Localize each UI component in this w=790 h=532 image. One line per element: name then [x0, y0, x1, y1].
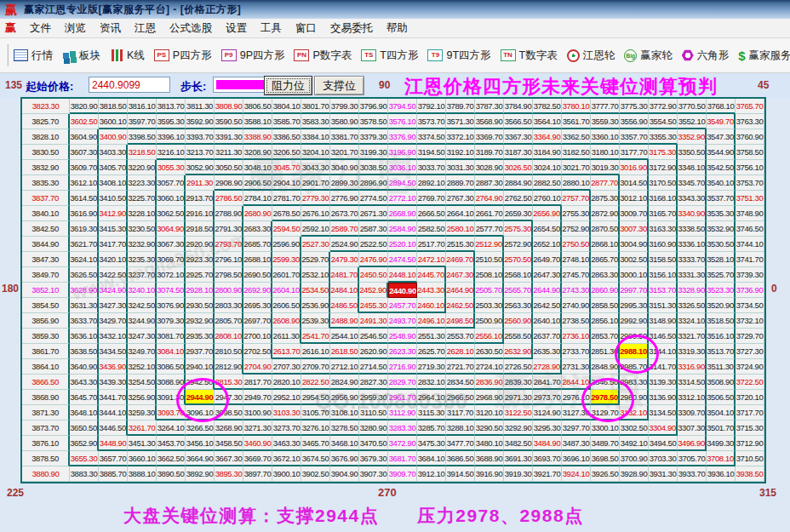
grid-cell: 3201.70: [330, 145, 359, 160]
grid-cell: 3664.90: [186, 451, 215, 466]
grid-cell: 3760.90: [736, 129, 764, 145]
grid-cell: 3816.10: [128, 99, 157, 114]
grid-cell: 3100.90: [243, 405, 272, 420]
grid-cell: 3768.10: [707, 99, 736, 114]
grid-cell: 2748.10: [562, 252, 591, 267]
grid-cell: 3223.30: [128, 175, 157, 191]
grid-cell: 2868.10: [591, 237, 620, 252]
step-label: 步长:: [180, 79, 206, 94]
grid-cell: 2546.50: [359, 329, 388, 344]
toolbar-item-t-square[interactable]: TST四方形: [361, 49, 418, 63]
grid-cell: 3196.90: [388, 145, 417, 160]
toolbar-item-quotes[interactable]: 行情: [14, 49, 53, 63]
grid-cell: 3648.10: [70, 405, 99, 420]
toolbar-item-9p-square[interactable]: P99P四方形: [221, 49, 285, 63]
grid-cell: 3772.90: [649, 99, 678, 114]
grid-cell: 3156.10: [649, 267, 678, 283]
support-button[interactable]: 支撑位: [314, 76, 364, 95]
toolbar-item-p-square[interactable]: PSP四方形: [154, 49, 212, 63]
grid-cell: 3175.30: [649, 145, 678, 160]
toolbar-item-sectors[interactable]: 板块: [62, 49, 100, 63]
grid-cell: 3667.30: [215, 451, 243, 466]
grid-cell: 2488.90: [330, 313, 359, 329]
grid-cell: 3040.90: [330, 160, 359, 175]
grid-cell: 3074.50: [157, 283, 186, 298]
t-square-icon: TS: [361, 49, 376, 61]
menu-item-0[interactable]: 文件: [23, 22, 58, 34]
grid-cell: 2625.70: [417, 344, 446, 359]
center-cell: 2440.90: [388, 283, 417, 298]
grid-cell: 3148.90: [649, 313, 678, 329]
menu-item-9[interactable]: 帮助: [380, 22, 415, 34]
menu-item-3[interactable]: 江恩: [128, 22, 163, 34]
grid-cell: 3381.70: [330, 129, 359, 145]
grid-cell: 2884.90: [504, 175, 533, 191]
toolbar-item-winner-wheel[interactable]: Big赢家轮: [624, 49, 673, 63]
grid-cell: 3312.10: [678, 390, 707, 405]
grid-cell: 3028.90: [475, 160, 504, 175]
grid-cell: 3854.50: [22, 298, 70, 313]
grid-cell: 3744.10: [736, 237, 764, 252]
grid-cell: 3794.50: [388, 99, 417, 114]
grid-cell: 2856.10: [591, 313, 620, 329]
toolbar-item-winner-service[interactable]: $赢家服务: [738, 49, 790, 63]
menu-item-2[interactable]: 资讯: [93, 22, 128, 34]
grid-cell: 3007.30: [620, 221, 649, 237]
grid-cell: 3878.50: [22, 451, 70, 466]
grid-cell: 3237.70: [128, 267, 157, 283]
grid-cell: 3132.10: [620, 405, 649, 420]
start-price-input[interactable]: [89, 77, 170, 93]
grid-cell: 3681.70: [388, 451, 417, 466]
grid-cell: 3448.90: [99, 436, 128, 451]
resistance-button[interactable]: 阻力位: [264, 76, 312, 95]
grid-cell: 2764.90: [475, 191, 504, 206]
grid-cell: 3180.10: [591, 145, 620, 160]
grid-cell: 2644.90: [533, 283, 562, 298]
gann-square-grid: 3823.303820.903818.503816.103813.703811.…: [20, 97, 766, 483]
menu-item-6[interactable]: 工具: [254, 22, 289, 34]
grid-cell: 3813.70: [157, 99, 186, 114]
grid-cell: 3818.50: [99, 99, 128, 114]
grid-cell: 3276.10: [301, 420, 330, 436]
toolbar-item-label: P四方形: [173, 49, 212, 63]
grid-cell: 3715.30: [736, 420, 764, 436]
grid-cell: 3388.90: [243, 129, 272, 145]
toolbar-item-gann-wheel[interactable]: 江恩轮: [567, 49, 615, 63]
grid-cell: 3288.10: [446, 420, 475, 436]
grid-cell: 3576.10: [388, 114, 417, 129]
menu-item-1[interactable]: 浏览: [58, 22, 93, 34]
grid-cell: 3031.30: [446, 160, 475, 175]
toolbar-item-9t-square[interactable]: T99T四方形: [427, 49, 490, 63]
grid-cell: 3674.50: [301, 451, 330, 466]
toolbar-item-hexagon[interactable]: 六角形: [682, 49, 730, 63]
toolbar: 行情板块K线PSP四方形P99P四方形PNP数字表TST四方形T99T四方形TN…: [0, 38, 790, 73]
angle-label-180: 180: [2, 283, 19, 295]
grid-cell: 2697.70: [243, 313, 272, 329]
grid-cell: 3722.50: [736, 375, 764, 390]
grid-cell: 2572.90: [504, 237, 533, 252]
grid-cell: 3705.70: [678, 451, 707, 466]
grid-cell: 3739.30: [736, 267, 764, 283]
toolbar-item-label: 江恩轮: [583, 49, 615, 63]
grid-cell: 3316.90: [678, 359, 707, 375]
grid-cell: 2702.50: [243, 344, 272, 359]
toolbar-item-kline[interactable]: K线: [110, 49, 145, 63]
menu-item-7[interactable]: 窗口: [289, 22, 323, 34]
menu-item-4[interactable]: 公式选股: [163, 22, 219, 34]
grid-cell: 2541.70: [301, 329, 330, 344]
grid-cell: 3724.90: [736, 359, 764, 375]
toolbar-item-t-table[interactable]: TNT数字表: [501, 49, 558, 63]
grid-cell: 3283.30: [388, 420, 417, 436]
menu-item-8[interactable]: 交易委托: [323, 22, 380, 34]
grid-cell: 3091.30: [157, 390, 186, 405]
grid-cell: 2997.70: [620, 283, 649, 298]
menu-item-5[interactable]: 设置: [219, 22, 254, 34]
toolbar-item-p-table[interactable]: PNP数字表: [294, 49, 352, 63]
grid-cell: 2604.10: [272, 283, 301, 298]
grid-cell: 2942.50: [186, 375, 215, 390]
grid-cell: 2596.90: [272, 237, 301, 252]
grid-cell: 3319.30: [678, 344, 707, 359]
grid-cell: 3280.90: [359, 420, 388, 436]
grid-cell: 3057.70: [157, 175, 186, 191]
grid-cell: 3909.70: [388, 466, 417, 482]
